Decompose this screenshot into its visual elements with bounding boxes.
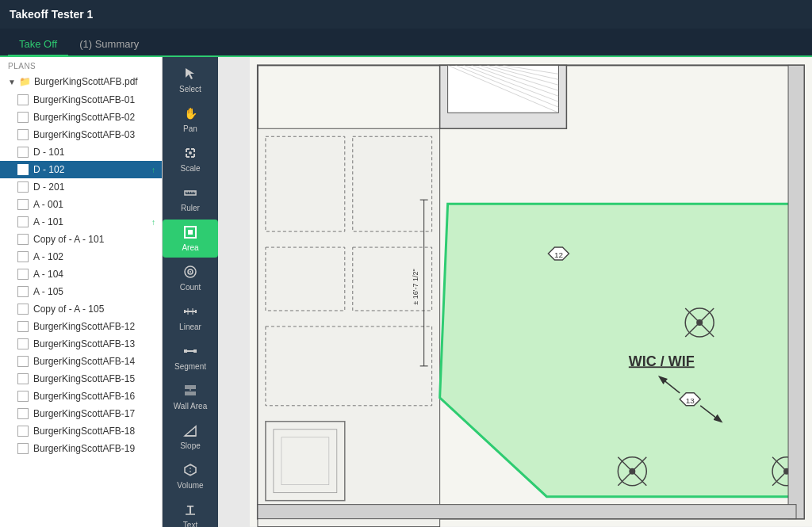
- sidebar-item-20[interactable]: BurgerKingScottAFB-19: [0, 440, 162, 457]
- tool-volume[interactable]: Volume: [163, 457, 218, 495]
- sidebar-badge: ↑: [151, 218, 155, 227]
- sidebar-item-17[interactable]: BurgerKingScottAFB-16: [0, 388, 162, 405]
- sidebar-item-label: BurgerKingScottAFB-16: [33, 391, 135, 402]
- sidebar-item-8[interactable]: Copy of - A - 101: [0, 231, 162, 248]
- sidebar-item-label: Copy of - A - 105: [33, 304, 104, 315]
- svg-rect-19: [193, 349, 197, 353]
- sidebar-item-label: D - 201: [33, 181, 64, 193]
- toolbar: Select ✋ Pan Scale Ruler Area Count Line…: [163, 57, 218, 527]
- sidebar-item-5[interactable]: D - 201: [0, 178, 162, 196]
- volume-label: Volume: [177, 481, 203, 490]
- doc-icon: [17, 321, 29, 332]
- sidebar-item-18[interactable]: BurgerKingScottAFB-17: [0, 405, 162, 422]
- sidebar-item-0[interactable]: BurgerKingScottAFB-01: [0, 91, 162, 109]
- sidebar-item-1[interactable]: BurgerKingScottAFB-02: [0, 109, 162, 126]
- main-layout: PLANS ▼ 📁 BurgerKingScottAFB.pdf BurgerK…: [0, 57, 812, 527]
- svg-rect-74: [788, 65, 804, 518]
- sidebar-item-11[interactable]: A - 105: [0, 283, 162, 300]
- svg-point-58: [696, 319, 703, 326]
- segment-label: Segment: [174, 362, 206, 371]
- tool-segment[interactable]: Segment: [163, 338, 218, 376]
- scale-label: Scale: [180, 164, 200, 173]
- text-label: Text: [183, 521, 197, 527]
- svg-text:✋: ✋: [184, 107, 198, 120]
- sidebar-item-3[interactable]: D - 101: [0, 143, 162, 161]
- doc-icon: [17, 234, 29, 245]
- svg-text:WIC / WIF: WIC / WIF: [629, 353, 695, 369]
- sidebar-item-label: A - 001: [33, 199, 63, 210]
- sidebar-item-4[interactable]: D - 102 ↑: [0, 161, 162, 178]
- plans-label: PLANS: [0, 57, 162, 72]
- linear-label: Linear: [179, 323, 201, 331]
- doc-icon: [17, 112, 29, 123]
- sidebar-item-2[interactable]: BurgerKingScottAFB-03: [0, 126, 162, 143]
- sidebar-item-label: A - 105: [33, 286, 63, 297]
- slope-icon: [183, 423, 197, 440]
- tool-ruler[interactable]: Ruler: [163, 180, 218, 218]
- scale-icon: [183, 146, 197, 162]
- sidebar-item-label: BurgerKingScottAFB-15: [33, 373, 135, 384]
- pan-icon: ✋: [183, 106, 197, 123]
- tool-pan[interactable]: ✋ Pan: [163, 101, 218, 139]
- tool-linear[interactable]: Linear: [163, 299, 218, 337]
- sidebar-item-label: BurgerKingScottAFB-14: [33, 356, 135, 367]
- doc-icon: [17, 216, 29, 227]
- area-icon: [183, 225, 197, 242]
- pan-label: Pan: [183, 124, 197, 133]
- sidebar-item-14[interactable]: BurgerKingScottAFB-13: [0, 335, 162, 353]
- tool-count[interactable]: Count: [163, 259, 218, 297]
- topbar: Takeoff Tester 1: [0, 0, 812, 29]
- svg-point-1: [189, 151, 192, 155]
- doc-icon: [17, 147, 29, 158]
- sidebar-item-label: BurgerKingScottAFB-19: [33, 443, 135, 454]
- sidebar-item-label: BurgerKingScottAFB-18: [33, 426, 135, 437]
- sidebar-item-19[interactable]: BurgerKingScottAFB-18: [0, 422, 162, 440]
- tool-wall-area[interactable]: Wall Area: [163, 378, 218, 416]
- doc-icon: [17, 356, 29, 367]
- tab-summary[interactable]: (1) Summary: [68, 33, 150, 57]
- svg-text:12: 12: [554, 250, 564, 259]
- volume-icon: [183, 463, 197, 479]
- tool-select[interactable]: Select: [163, 61, 218, 99]
- doc-icon: [17, 391, 29, 402]
- sidebar-item-10[interactable]: A - 104: [0, 265, 162, 283]
- blueprint-svg: ± 16'-7 1/2" WIC / WIF: [218, 57, 812, 527]
- sidebar-item-label: A - 102: [33, 251, 63, 262]
- svg-rect-8: [188, 230, 193, 235]
- sidebar-item-label: BurgerKingScottAFB-01: [33, 94, 135, 105]
- ruler-icon: [183, 185, 197, 202]
- tool-slope[interactable]: Slope: [163, 418, 218, 456]
- canvas-area[interactable]: ± 16'-7 1/2" WIC / WIF: [218, 57, 812, 527]
- doc-icon: [17, 426, 29, 437]
- tab-takeoff[interactable]: Take Off: [8, 33, 68, 57]
- sidebar-item-6[interactable]: A - 001: [0, 196, 162, 213]
- ruler-label: Ruler: [181, 204, 200, 212]
- count-label: Count: [180, 283, 201, 292]
- tree-root[interactable]: ▼ 📁 BurgerKingScottAFB.pdf: [0, 72, 162, 91]
- svg-text:± 16'-7 1/2": ± 16'-7 1/2": [412, 269, 419, 304]
- doc-icon: [17, 304, 29, 315]
- folder-icon: 📁: [19, 76, 31, 87]
- wall-area-icon: [183, 384, 197, 400]
- sidebar-item-16[interactable]: BurgerKingScottAFB-15: [0, 370, 162, 388]
- sidebar-item-15[interactable]: BurgerKingScottAFB-14: [0, 353, 162, 370]
- segment-icon: [183, 344, 197, 361]
- tool-area[interactable]: Area: [163, 220, 218, 258]
- sidebar-item-label: D - 102: [33, 164, 64, 175]
- tool-text[interactable]: T Text: [163, 497, 218, 527]
- doc-icon: [17, 181, 29, 193]
- sidebar-item-9[interactable]: A - 102: [0, 248, 162, 265]
- slope-label: Slope: [180, 441, 201, 450]
- sidebar-badge: ↑: [151, 166, 155, 174]
- text-icon: T: [183, 502, 197, 519]
- sidebar-item-12[interactable]: Copy of - A - 105: [0, 300, 162, 318]
- sidebar-item-7[interactable]: A - 101 ↑: [0, 213, 162, 231]
- svg-rect-21: [185, 391, 196, 395]
- sidebar-item-13[interactable]: BurgerKingScottAFB-12: [0, 318, 162, 335]
- svg-rect-40: [258, 128, 440, 526]
- svg-rect-18: [184, 349, 187, 353]
- sidebar-items: BurgerKingScottAFB-01 BurgerKingScottAFB…: [0, 91, 162, 457]
- doc-icon: [17, 199, 29, 210]
- svg-text:13: 13: [686, 396, 695, 405]
- tool-scale[interactable]: Scale: [163, 140, 218, 178]
